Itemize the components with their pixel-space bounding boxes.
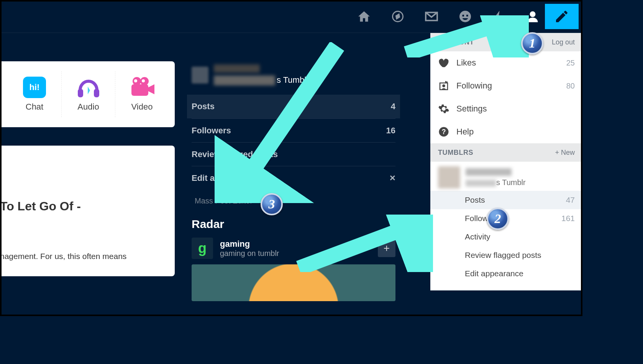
blog-name-redacted [214,64,260,73]
svg-rect-4 [463,15,464,16]
dropdown-blog-posts-label: Posts [465,195,485,205]
dropdown-blog-activity-label: Activity [465,232,490,241]
blog-title-redacted [214,75,275,85]
activity-icon[interactable] [491,9,507,24]
annotation-badge-1: 1 [521,32,543,54]
account-icon[interactable] [525,9,540,24]
dropdown-blog-edit-appearance-label: Edit appearance [465,269,523,278]
sidebar-review-label: Review flagged posts [192,149,278,159]
dropdown-following-count: 80 [566,82,575,90]
svg-rect-5 [466,15,468,16]
compose-type-strip: hi! Chat Audio Video [0,61,175,127]
radar-post-image[interactable] [192,264,395,301]
dropdown-blog-followers-count: 161 [561,214,575,223]
dropdown-tumblrs-label: TUMBLRS [438,149,473,157]
top-navigation [0,0,582,33]
blog-title-suffix: s Tumblr [277,75,309,85]
compose-video-label: Video [131,102,153,112]
sidebar-edit-appearance-row[interactable]: Edit appearance × [192,166,395,190]
following-icon [438,80,449,92]
dropdown-help-label: Help [456,127,474,137]
sidebar-posts-label: Posts [192,102,215,111]
dropdown-blog-activity-row[interactable]: Activity [430,228,582,246]
dropdown-blog-posts-row[interactable]: Posts 47 [430,191,582,209]
dropdown-settings-label: Settings [456,104,487,114]
dropdown-help-row[interactable]: ? Help [430,120,582,143]
headphones-icon [76,77,101,98]
svg-point-6 [530,11,536,17]
blog-header[interactable]: s Tumblr [192,64,395,85]
radar-avatar: g [192,238,213,259]
dropdown-blog-review-row[interactable]: Review flagged posts [430,246,582,264]
compose-audio[interactable]: Audio [61,71,115,117]
radar-blog-item[interactable]: g gaming gaming on tumblr + [192,238,395,259]
compose-audio-label: Audio [77,102,99,112]
video-camera-icon [129,77,155,98]
inbox-icon[interactable] [424,9,439,24]
dropdown-blog-name-redacted [466,168,512,176]
blog-avatar [192,67,208,84]
dropdown-new-blog-link[interactable]: + New [555,149,575,157]
close-icon[interactable]: × [390,172,395,184]
sidebar-posts-count: 4 [391,102,395,111]
svg-point-3 [459,11,471,22]
dropdown-blog-entry[interactable]: s Tumblr [430,162,582,191]
dropdown-likes-count: 25 [566,59,575,67]
compose-chat[interactable]: hi! Chat [8,71,61,117]
dashboard-post-card: To Let Go Of - nagement. For us, this of… [0,146,175,276]
dropdown-blog-title-redacted [466,180,496,187]
sidebar-followers-row[interactable]: Followers 16 [192,118,395,142]
dropdown-following-row[interactable]: Following 80 [430,74,582,97]
help-icon: ? [438,126,449,138]
chat-icon[interactable] [458,9,473,24]
svg-text:?: ? [442,128,446,136]
home-icon[interactable] [356,9,372,24]
radar-blog-subtitle: gaming on tumblr [220,249,279,258]
annotation-badge-3: 3 [261,193,283,215]
sidebar-edit-appearance-label: Edit appearance [192,173,257,183]
mass-post-editor-link[interactable]: Mass Post Editor [195,197,395,205]
radar-follow-button[interactable]: + [378,239,395,257]
dropdown-blog-avatar [438,166,460,189]
annotation-badge-2: 2 [487,208,509,230]
dropdown-blog-title-suffix: s Tumblr [496,178,526,187]
sidebar-posts-row[interactable]: Posts 4 [187,95,400,118]
svg-rect-7 [78,89,83,97]
dropdown-likes-label: Likes [456,58,476,68]
blog-sidebar-panel: s Tumblr Posts 4 Followers 16 Review fla… [192,64,395,301]
svg-point-11 [134,79,137,82]
dropdown-blog-review-label: Review flagged posts [465,251,541,260]
dropdown-account-label: ACCOUNT [438,38,474,46]
post-title: To Let Go Of - [0,199,175,213]
dropdown-account-header: ACCOUNT Log out [430,33,582,51]
sidebar-review-row[interactable]: Review flagged posts [192,142,395,166]
sidebar-followers-count: 16 [386,126,395,136]
svg-rect-13 [131,84,148,96]
compose-chat-label: Chat [26,102,43,112]
dropdown-blog-edit-appearance-row[interactable]: Edit appearance [430,264,582,283]
gear-icon [438,103,449,115]
post-excerpt: nagement. For us, this often means [0,252,175,261]
dropdown-tumblrs-header: TUMBLRS + New [430,143,582,162]
dropdown-logout-link[interactable]: Log out [552,38,575,46]
radar-heading: Radar [192,218,395,231]
svg-point-15 [443,85,445,87]
compose-video[interactable]: Video [115,71,169,117]
chat-bubble-icon: hi! [23,77,46,98]
account-dropdown: ACCOUNT Log out Likes 25 Following 80 Se… [430,33,582,290]
svg-point-12 [142,79,145,82]
explore-icon[interactable] [390,9,405,24]
svg-rect-8 [94,89,99,97]
dropdown-likes-row[interactable]: Likes 25 [430,51,582,74]
dropdown-following-label: Following [456,81,492,91]
svg-marker-1 [396,14,400,19]
sidebar-followers-label: Followers [192,126,231,136]
compose-button[interactable] [545,4,579,29]
heart-icon [438,57,449,69]
radar-blog-name: gaming [220,239,279,249]
dropdown-blog-posts-count: 47 [566,195,575,205]
dropdown-settings-row[interactable]: Settings [430,97,582,120]
